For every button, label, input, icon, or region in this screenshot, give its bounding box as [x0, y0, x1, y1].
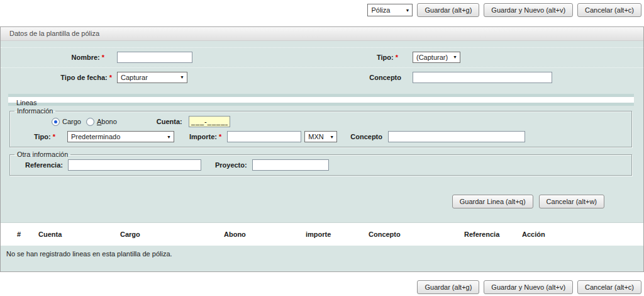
proyecto-label: Proyecto: — [215, 161, 247, 169]
linea-tipo-label: Tipo:* — [10, 133, 55, 140]
abono-radio-label[interactable]: Abono — [97, 118, 117, 125]
required-marker: * — [396, 54, 398, 61]
panel-title: Datos de la plantilla de póliza — [1, 27, 643, 41]
poliza-type-select[interactable]: Póliza ▼ — [367, 4, 413, 16]
otra-informacion-legend: Otra información — [14, 151, 70, 158]
form-row-fecha-concepto: Tipo de fecha:* Capturar ▼ Concepto — [1, 67, 643, 86]
table-header-row: # Cuenta Cargo Abono importe Concepto Re… — [1, 223, 634, 246]
form-row-nombre-tipo: Nombre:* Tipo:* (Capturar) ▼ — [1, 47, 643, 66]
linea-tipo-select[interactable]: Predeterminado ▼ — [67, 131, 174, 142]
linea-concepto-input[interactable] — [388, 131, 525, 142]
save-button-top[interactable]: Guardar (alt+g) — [417, 3, 479, 17]
cuenta-input[interactable] — [189, 116, 230, 127]
column-header-referencia: Referencia — [463, 223, 521, 246]
top-toolbar: Póliza ▼ Guardar (alt+g) Guardar y Nuevo… — [0, 0, 644, 18]
informacion-legend: Información — [14, 107, 55, 115]
column-header-number: # — [1, 223, 37, 246]
tipo-fecha-select[interactable]: Capturar ▼ — [117, 72, 187, 83]
referencia-input[interactable] — [68, 159, 201, 171]
save-and-new-button-top[interactable]: Guardar y Nuevo (alt+v) — [484, 3, 573, 17]
empty-table-message: No se han registrado lineas en esta plan… — [1, 246, 643, 258]
chevron-down-icon: ▼ — [330, 135, 334, 139]
nombre-label: Nombre:* — [1, 54, 104, 61]
importe-input[interactable] — [227, 131, 301, 142]
column-header-accion: Acción — [521, 223, 634, 246]
chevron-down-icon: ▼ — [180, 75, 184, 79]
referencia-label: Referencia: — [25, 161, 63, 169]
column-header-cargo: Cargo — [119, 223, 223, 246]
tipo-fecha-select-value: Capturar — [121, 74, 148, 81]
otra-informacion-fieldset: Otra información Referencia: Proyecto: — [9, 151, 632, 176]
chevron-down-icon: ▼ — [453, 55, 457, 59]
chevron-down-icon: ▼ — [406, 8, 410, 13]
linea-concepto-label: Concepto — [350, 133, 382, 140]
tipo-select-value: (Capturar) — [416, 54, 448, 61]
cargo-radio-label[interactable]: Cargo — [62, 118, 81, 125]
cargo-abono-cuenta-row: Cargo Abono Cuenta: — [52, 116, 631, 127]
tipo-label: Tipo:* — [315, 54, 398, 61]
footer-buttons-row: Guardar (alt+g) Guardar y Nuevo (alt+v) … — [0, 280, 644, 294]
concepto-input[interactable] — [413, 72, 552, 83]
line-buttons-row: Guardar Linea (alt+q) Cancelar (alt+w) — [1, 195, 604, 208]
column-header-cuenta: Cuenta — [37, 223, 119, 246]
policy-template-panel: Datos de la plantilla de póliza Nombre:*… — [0, 26, 644, 272]
column-header-concepto: Concepto — [367, 223, 463, 246]
cancel-line-button[interactable]: Cancelar (alt+w) — [539, 195, 604, 208]
linea-tipo-select-value: Predeterminado — [71, 133, 120, 140]
currency-select-value: MXN — [308, 133, 323, 140]
poliza-select-value: Póliza — [371, 6, 390, 14]
informacion-fieldset: Información Cargo Abono Cuenta: Tipo:* P… — [9, 107, 632, 147]
cuenta-label: Cuenta: — [157, 118, 182, 125]
concepto-label: Concepto — [315, 74, 401, 81]
importe-label: Importe:* — [189, 133, 221, 140]
currency-select[interactable]: MXN ▼ — [304, 131, 337, 142]
save-and-new-button-bottom[interactable]: Guardar y Nuevo (alt+v) — [484, 280, 573, 294]
required-marker: * — [102, 54, 104, 61]
tipo-select[interactable]: (Capturar) ▼ — [413, 52, 460, 63]
lines-table: # Cuenta Cargo Abono importe Concepto Re… — [1, 222, 643, 246]
lineas-section-header: Lineas — [8, 94, 634, 106]
referencia-proyecto-row: Referencia: Proyecto: — [25, 159, 631, 171]
required-marker: * — [53, 133, 55, 140]
tipo-importe-concepto-row: Tipo:* Predeterminado ▼ Importe:* MXN ▼ … — [10, 131, 631, 142]
save-line-button[interactable]: Guardar Linea (alt+q) — [452, 195, 533, 208]
abono-radio[interactable] — [86, 118, 94, 126]
cargo-radio[interactable] — [52, 118, 60, 126]
cancel-button-top[interactable]: Cancelar (alt+c) — [577, 3, 641, 17]
proyecto-input[interactable] — [252, 159, 329, 171]
column-header-importe: importe — [304, 223, 367, 246]
tipo-fecha-label: Tipo de fecha:* — [1, 74, 112, 81]
column-header-abono: Abono — [223, 223, 304, 246]
cancel-button-bottom[interactable]: Cancelar (alt+c) — [577, 280, 641, 294]
required-marker: * — [219, 133, 221, 140]
required-marker: * — [109, 74, 112, 81]
nombre-input[interactable] — [117, 52, 192, 63]
chevron-down-icon: ▼ — [167, 135, 171, 139]
save-button-bottom[interactable]: Guardar (alt+g) — [417, 280, 479, 294]
